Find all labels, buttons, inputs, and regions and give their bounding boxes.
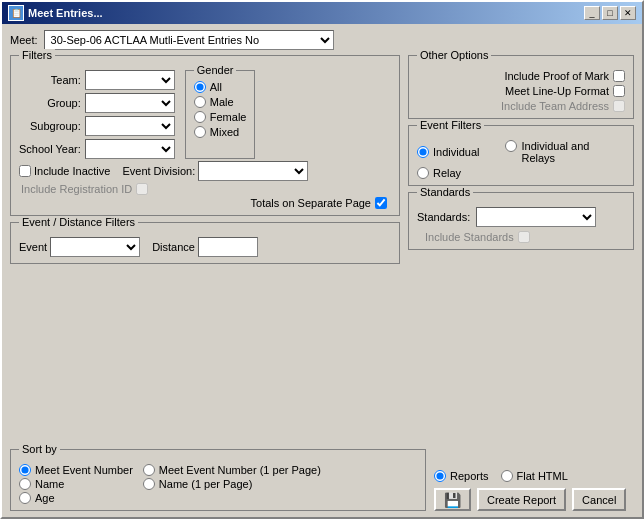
include-inactive-checkbox[interactable]	[19, 165, 31, 177]
sort-name-page-label: Name (1 per Page)	[159, 478, 253, 490]
standards-select-row: Standards:	[417, 207, 625, 227]
reports-radio-row: Reports	[434, 470, 489, 482]
proof-of-mark-row: Include Proof of Mark	[417, 70, 625, 82]
relay-radio-row: Relay	[417, 167, 625, 179]
extras-row: Include Inactive Event Division:	[19, 161, 391, 181]
window-title: Meet Entries...	[28, 7, 103, 19]
close-button[interactable]: ✕	[620, 6, 636, 20]
meet-select[interactable]: 30-Sep-06 ACTLAA Mutli-Event Entries No	[44, 30, 334, 50]
sort-name-label: Name	[35, 478, 64, 490]
distance-label-row: Distance	[152, 237, 258, 257]
sort-by-label: Sort by	[19, 443, 60, 455]
proof-of-mark-checkbox[interactable]	[613, 70, 625, 82]
event-distance-box: Event Distance	[19, 237, 391, 257]
include-inactive-row: Include Inactive	[19, 165, 110, 177]
gender-group: Gender All Male Female	[185, 70, 256, 159]
bottom-row: Sort by Meet Event Number Name	[10, 449, 634, 511]
sort-name-page-row: Name (1 per Page)	[143, 478, 321, 490]
team-address-checkbox[interactable]	[613, 100, 625, 112]
reg-id-label: Include Registration ID	[21, 183, 132, 195]
gender-all-radio[interactable]	[194, 81, 206, 93]
window-icon: 📋	[8, 5, 24, 21]
sort-name-page-radio[interactable]	[143, 478, 155, 490]
distance-input[interactable]	[198, 237, 258, 257]
filters-group: Filters Team: Group:	[10, 55, 400, 216]
gender-mixed-row: Mixed	[194, 126, 247, 138]
other-options-label: Other Options	[417, 49, 491, 61]
action-buttons: 💾 Create Report Cancel	[434, 488, 626, 511]
individual-radio-row: Individual	[417, 146, 479, 158]
title-bar: 📋 Meet Entries... _ □ ✕	[2, 2, 642, 24]
group-label: Group:	[47, 97, 81, 109]
team-address-row: Include Team Address	[417, 100, 625, 112]
gender-female-row: Female	[194, 111, 247, 123]
lineup-format-label: Meet Line-Up Format	[505, 85, 609, 97]
school-year-row: School Year:	[19, 139, 175, 159]
proof-of-mark-label: Include Proof of Mark	[504, 70, 609, 82]
report-type-row: Reports Flat HTML	[434, 470, 568, 482]
totals-label: Totals on Separate Page	[251, 197, 371, 209]
subgroup-select[interactable]	[85, 116, 175, 136]
reg-id-row: Include Registration ID	[19, 183, 391, 195]
relays-label: Relays	[521, 152, 555, 164]
lineup-format-row: Meet Line-Up Format	[417, 85, 625, 97]
gender-mixed-radio[interactable]	[194, 126, 206, 138]
sort-meet-event-radio[interactable]	[19, 464, 31, 476]
other-options-box: Include Proof of Mark Meet Line-Up Forma…	[417, 70, 625, 112]
event-select[interactable]	[50, 237, 140, 257]
filters-box: Team: Group:	[19, 70, 391, 159]
sort-meet-event-page-label: Meet Event Number (1 per Page)	[159, 464, 321, 476]
individual-and-relays-radio[interactable]	[505, 140, 517, 152]
standards-group-label: Standards	[417, 186, 473, 198]
individual-label: Individual	[433, 146, 479, 158]
other-options-group: Other Options Include Proof of Mark Meet…	[408, 55, 634, 119]
individual-and-relays-radio-row: Individual and	[505, 140, 589, 152]
subgroup-label: Subgroup:	[30, 120, 81, 132]
sort-meet-event-row: Meet Event Number	[19, 464, 133, 476]
save-icon: 💾	[444, 492, 461, 508]
distance-label: Distance	[152, 241, 195, 253]
sort-col-2: Meet Event Number (1 per Page) Name (1 p…	[143, 464, 321, 504]
sort-name-row: Name	[19, 478, 133, 490]
team-row: Team:	[19, 70, 175, 90]
gender-male-row: Male	[194, 96, 247, 108]
maximize-button[interactable]: □	[602, 6, 618, 20]
sort-name-radio[interactable]	[19, 478, 31, 490]
totals-checkbox[interactable]	[375, 197, 387, 209]
relay-radio[interactable]	[417, 167, 429, 179]
flat-html-radio[interactable]	[501, 470, 513, 482]
group-select[interactable]	[85, 93, 175, 113]
flat-html-label: Flat HTML	[517, 470, 568, 482]
meet-row: Meet: 30-Sep-06 ACTLAA Mutli-Event Entri…	[10, 30, 634, 50]
include-standards-checkbox[interactable]	[518, 231, 530, 243]
totals-row: Totals on Separate Page	[19, 197, 391, 209]
filters-left: Team: Group:	[19, 70, 175, 159]
gender-female-radio[interactable]	[194, 111, 206, 123]
sort-col-1: Meet Event Number Name Age	[19, 464, 133, 504]
lineup-format-checkbox[interactable]	[613, 85, 625, 97]
reports-radio[interactable]	[434, 470, 446, 482]
cancel-button[interactable]: Cancel	[572, 488, 626, 511]
individual-radio[interactable]	[417, 146, 429, 158]
individual-and-relays-label: Individual and	[521, 140, 589, 152]
school-year-select[interactable]	[85, 139, 175, 159]
sort-cols: Meet Event Number Name Age	[19, 464, 417, 504]
minimize-button[interactable]: _	[584, 6, 600, 20]
standards-select[interactable]	[476, 207, 596, 227]
standards-group: Standards Standards: Include Standards	[408, 192, 634, 250]
sort-meet-event-page-radio[interactable]	[143, 464, 155, 476]
event-filters-group: Event Filters Individual Individual and	[408, 125, 634, 186]
team-label: Team:	[51, 74, 81, 86]
create-report-button[interactable]: Create Report	[477, 488, 566, 511]
team-select[interactable]	[85, 70, 175, 90]
meet-label: Meet:	[10, 34, 38, 46]
sort-age-label: Age	[35, 492, 55, 504]
event-division-select[interactable]	[198, 161, 308, 181]
team-address-label: Include Team Address	[501, 100, 609, 112]
reg-id-checkbox[interactable]	[136, 183, 148, 195]
gender-mixed-label: Mixed	[210, 126, 239, 138]
gender-male-radio[interactable]	[194, 96, 206, 108]
save-button[interactable]: 💾	[434, 488, 471, 511]
sort-age-radio[interactable]	[19, 492, 31, 504]
include-standards-label: Include Standards	[425, 231, 514, 243]
